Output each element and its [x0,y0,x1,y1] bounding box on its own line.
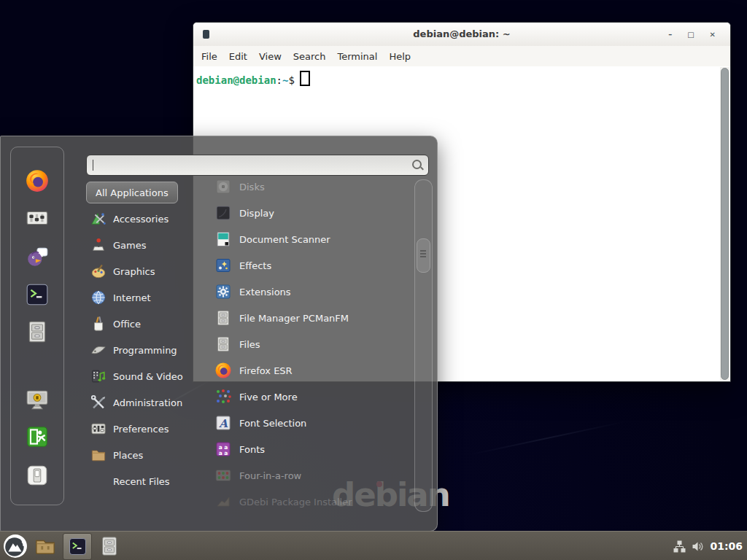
files-taskbar-button[interactable] [98,535,120,557]
app-item[interactable]: Display [207,200,413,226]
shutdown-icon[interactable] [25,463,50,488]
category-item[interactable]: Places [85,442,209,468]
svg-text:A: A [218,417,228,430]
app-label: Firefox ESR [239,365,293,376]
category-item[interactable]: Games [85,232,209,258]
administration-icon [90,394,107,411]
app-item[interactable]: Firefox ESR [207,357,413,384]
app-item[interactable]: Document Scanner [207,226,413,252]
app-item[interactable]: a aa aFonts [207,436,413,462]
display-icon [214,204,232,222]
category-filter-selected[interactable]: All Applications [86,182,178,203]
menubar-item-view[interactable]: View [259,51,282,62]
file-cabinet-icon[interactable] [25,319,50,344]
sound-video-icon [90,368,107,384]
category-item[interactable]: Office [85,311,209,337]
text-caret [93,160,93,171]
category-item[interactable]: Accessories [85,206,209,232]
category-label: Games [113,240,146,251]
category-item[interactable]: Recent Files [85,468,209,494]
accessories-icon [90,211,107,227]
category-label: Accessories [113,214,169,225]
menubar-item-file[interactable]: File [201,51,217,62]
app-list-scrollbar[interactable] [414,179,433,512]
minimize-button[interactable]: – [668,31,672,39]
effects-icon [214,257,232,274]
logout-icon[interactable] [25,424,50,449]
app-label: Files [239,339,260,350]
terminal-icon[interactable] [25,282,50,307]
category-item[interactable]: Programming [85,337,209,363]
menu-search-input[interactable] [91,156,408,174]
app-item[interactable]: Files [207,331,413,357]
scrollbar-grip [420,250,426,258]
app-label: Document Scanner [239,234,330,245]
menu-button[interactable] [3,534,28,559]
app-label: File Manager PCManFM [239,313,349,324]
category-list: All ApplicationsAccessoriesGamesGraphics… [85,182,209,494]
terminal-taskbar-button[interactable] [63,533,92,560]
prompt-user-host: debian@debian [196,74,276,86]
window-title: debian@debian: ~ [193,23,730,46]
file-manager-launcher[interactable] [34,535,56,557]
app-item[interactable]: Extensions [207,279,413,305]
terminal-icon [68,537,88,556]
terminal-prompt: debian@debian:~$ [193,66,730,86]
category-item[interactable]: Internet [85,284,209,311]
category-item[interactable]: Preferences [85,416,209,442]
app-item[interactable]: Disks [207,176,413,200]
category-item[interactable]: Graphics [85,258,209,284]
app-label: GDebi Package Installer [239,497,352,508]
control-center-icon[interactable] [25,206,50,230]
font-selection-icon: A [214,414,232,432]
menu-search-box[interactable] [86,155,429,176]
lock-screen-icon[interactable] [25,387,50,412]
category-item[interactable]: Sound & Video [85,363,209,389]
search-icon [412,160,422,169]
firefox-icon[interactable] [25,168,50,193]
prompt-colon: : [276,74,282,86]
programming-icon [90,342,107,358]
menubar-item-search[interactable]: Search [293,51,326,62]
menubar-item-terminal[interactable]: Terminal [337,51,377,62]
fonts-icon: a aa a [214,440,232,458]
firefox-icon [214,362,232,379]
menubar-item-help[interactable]: Help [389,51,411,62]
app-list-scrollbar-thumb[interactable] [417,238,430,273]
network-icon[interactable] [673,540,686,553]
volume-icon[interactable] [692,540,704,553]
app-label: Disks [239,182,265,192]
terminal-scrollbar[interactable] [720,67,729,381]
app-label: Font Selection [239,418,306,429]
pidgin-icon[interactable] [25,244,50,269]
app-list: DisksDisplayDocument ScannerEffectsExten… [207,176,413,511]
wallpaper-swirl [468,421,626,456]
app-label: Display [239,208,274,219]
app-item[interactable]: Effects [207,252,413,279]
category-item[interactable]: Administration [85,389,209,416]
maximize-button[interactable]: □ [687,31,694,39]
terminal-menubar: FileEditViewSearchTerminalHelp [193,46,730,66]
clock[interactable]: 01:06 [710,540,743,552]
app-label: Effects [239,260,271,271]
category-label: Programming [113,345,177,356]
app-item[interactable]: Four-in-a-row [207,462,413,489]
category-label: Graphics [113,266,155,277]
file-cabinet-icon [214,309,232,327]
terminal-scrollbar-thumb[interactable] [721,68,729,380]
app-item[interactable]: File Manager PCManFM [207,305,413,331]
category-label: Internet [113,292,151,303]
close-button[interactable]: ✕ [710,31,716,39]
terminal-cursor [300,71,310,86]
document-scanner-icon [214,230,232,248]
application-menu: All ApplicationsAccessoriesGamesGraphics… [0,136,438,532]
menubar-item-edit[interactable]: Edit [229,51,247,62]
app-item[interactable]: GDebi Package Installer [207,489,413,511]
prompt-dollar: $ [288,74,294,86]
five-or-more-icon [214,388,232,405]
app-item[interactable]: Five or More [207,384,413,410]
app-item[interactable]: AFont Selection [207,410,413,436]
preferences-icon [90,421,107,437]
taskbar: 01:06 [0,531,747,560]
terminal-titlebar[interactable]: debian@debian: ~ – □ ✕ [193,23,730,47]
